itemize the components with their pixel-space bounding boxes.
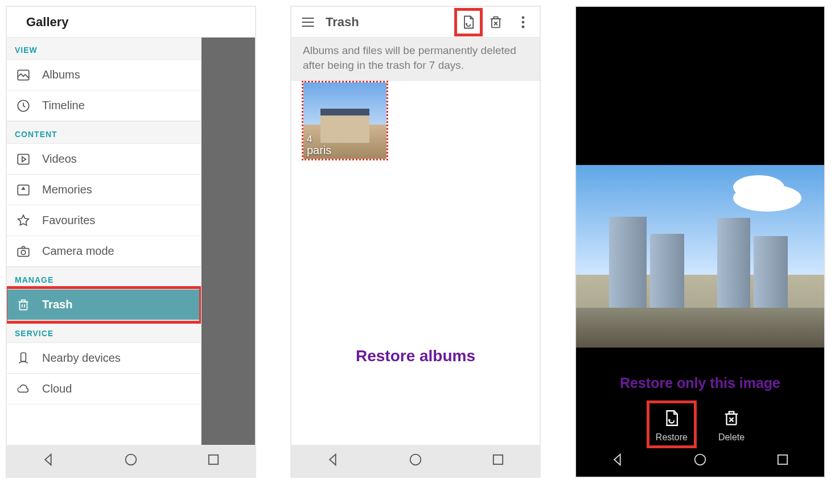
svg-point-12 <box>522 20 525 23</box>
nav-recent-icon[interactable] <box>775 452 791 470</box>
sidebar-item-memories[interactable]: Memories <box>7 175 201 205</box>
trash-title: Trash <box>326 15 451 30</box>
panel-image-viewer: Restore only this image Restore Delete <box>575 6 825 478</box>
nav-home-icon[interactable] <box>408 452 423 470</box>
trash-header: Trash <box>291 7 540 38</box>
viewer-header <box>576 7 824 38</box>
system-nav-bar <box>576 445 824 477</box>
delete-button[interactable]: Delete <box>717 406 746 445</box>
gallery-content-obscured <box>201 38 255 445</box>
section-header-content: CONTENT <box>7 121 201 144</box>
trash-body: 4 paris Restore albums <box>291 81 540 445</box>
delete-all-icon[interactable] <box>486 13 505 32</box>
sidebar-item-label: Nearby devices <box>42 352 121 365</box>
photo-preview[interactable] <box>576 165 824 348</box>
sidebar-item-cloud[interactable]: Cloud <box>7 374 201 404</box>
sidebar-item-label: Camera mode <box>42 245 114 258</box>
action-label: Restore <box>656 432 688 443</box>
hamburger-icon[interactable] <box>298 13 318 32</box>
sidebar-item-trash[interactable]: Trash <box>7 290 201 320</box>
sidebar-item-nearby-devices[interactable]: Nearby devices <box>7 343 201 374</box>
annotation-restore-albums: Restore albums <box>291 347 540 365</box>
sidebar-item-label: Albums <box>42 68 80 81</box>
annotation-restore-image: Restore only this image <box>576 375 824 391</box>
gallery-header: Gallery <box>7 7 255 38</box>
svg-rect-3 <box>18 185 29 195</box>
nav-recent-icon[interactable] <box>205 452 221 470</box>
camera-icon <box>16 244 31 259</box>
sidebar-item-label: Cloud <box>42 382 72 395</box>
sidebar-item-label: Favourites <box>42 214 95 227</box>
svg-rect-21 <box>778 455 787 464</box>
nav-recent-icon[interactable] <box>490 452 506 470</box>
svg-rect-9 <box>209 455 218 464</box>
image-icon <box>16 68 31 82</box>
section-header-service: SERVICE <box>7 320 201 343</box>
sidebar-item-label: Memories <box>42 183 92 196</box>
sidebar-item-albums[interactable]: Albums <box>7 60 201 90</box>
section-header-view: VIEW <box>7 38 201 60</box>
trash-notice: Albums and files will be permanently del… <box>291 38 540 81</box>
action-label: Delete <box>718 432 745 443</box>
svg-rect-6 <box>20 301 27 309</box>
svg-point-13 <box>522 25 525 28</box>
more-icon[interactable] <box>513 13 533 32</box>
svg-rect-15 <box>493 455 503 464</box>
album-count: 4 <box>307 134 331 144</box>
svg-point-11 <box>522 16 525 19</box>
cloud-icon <box>16 382 31 396</box>
sidebar-item-camera-mode[interactable]: Camera mode <box>7 236 201 267</box>
svg-rect-7 <box>21 353 26 361</box>
nav-back-icon[interactable] <box>325 452 341 470</box>
memories-icon <box>16 183 31 197</box>
svg-point-14 <box>410 455 421 465</box>
clock-icon <box>16 98 31 113</box>
sidebar-item-label: Timeline <box>42 99 85 112</box>
panel-gallery-sidebar: Gallery VIEW Albums Timeline CONTENT Vid… <box>6 6 256 478</box>
svg-point-8 <box>126 455 137 465</box>
album-name: paris <box>307 144 331 156</box>
sidebar-item-timeline[interactable]: Timeline <box>7 90 201 121</box>
gallery-title: Gallery <box>26 15 69 30</box>
sidebar-item-favourites[interactable]: Favourites <box>7 205 201 236</box>
nearby-icon <box>16 351 31 366</box>
svg-rect-2 <box>18 154 29 164</box>
restore-icon[interactable] <box>459 13 478 32</box>
system-nav-bar <box>291 445 540 477</box>
nav-home-icon[interactable] <box>692 452 708 470</box>
sidebar-item-label: Trash <box>42 298 72 311</box>
album-thumbnail-paris[interactable]: 4 paris <box>302 81 388 160</box>
sidebar-item-label: Videos <box>42 152 77 166</box>
panel-trash-list: Trash Albums and files will be permanent… <box>290 6 541 478</box>
system-nav-bar <box>7 445 255 477</box>
nav-back-icon[interactable] <box>610 452 626 470</box>
svg-rect-4 <box>18 248 29 256</box>
nav-back-icon[interactable] <box>40 452 56 470</box>
star-icon <box>16 213 31 228</box>
svg-point-5 <box>21 250 26 254</box>
viewer-actions: Restore Delete <box>576 406 824 445</box>
trash-icon <box>16 298 31 312</box>
sidebar-item-videos[interactable]: Videos <box>7 144 201 175</box>
section-header-manage: MANAGE <box>7 267 201 290</box>
play-icon <box>16 152 31 167</box>
gallery-sidebar: VIEW Albums Timeline CONTENT Videos Memo… <box>7 38 201 445</box>
nav-home-icon[interactable] <box>123 452 139 470</box>
svg-point-20 <box>695 455 706 465</box>
restore-button[interactable]: Restore <box>655 406 689 445</box>
